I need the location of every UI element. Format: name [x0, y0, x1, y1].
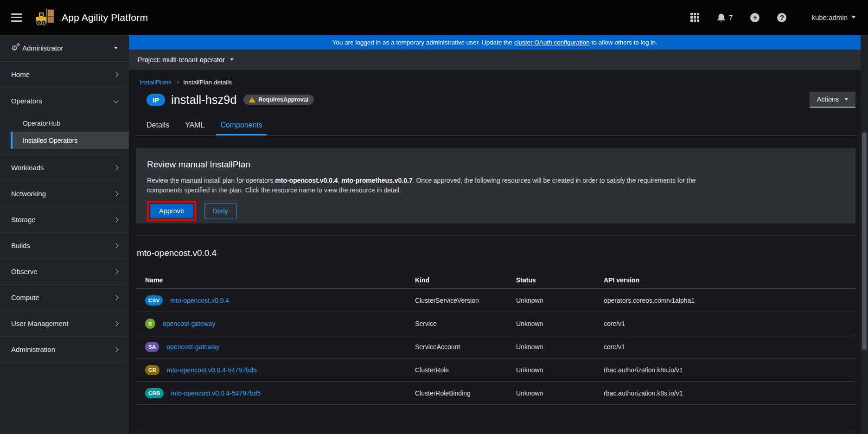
approve-annotation-box: Approve — [147, 201, 196, 221]
table-row: CRB mto-opencost.v0.0.4-54797bd5 Cluster… — [136, 382, 855, 405]
chevron-right-icon — [113, 295, 118, 300]
scrollbar-track[interactable] — [861, 35, 868, 434]
operator-name-2: mto-prometheus.v0.0.7 — [341, 177, 412, 184]
help-question-circle-icon[interactable]: ? — [777, 13, 786, 22]
sidebar-item-workloads[interactable]: Workloads — [0, 155, 129, 181]
sidebar-item-operators[interactable]: Operators — [0, 88, 129, 114]
components-table: Name Kind Status API version CSV mto-ope… — [136, 272, 855, 405]
deny-button[interactable]: Deny — [204, 204, 236, 218]
section-heading: mto-opencost.v0.0.4 — [137, 248, 217, 258]
sidebar-subitem-operatorhub[interactable]: OperatorHub — [0, 115, 129, 132]
api-version-cell: core/v1 — [604, 343, 855, 351]
scrollbar-thumb[interactable] — [862, 132, 867, 350]
sidebar-item-administration[interactable]: Administration — [0, 337, 129, 363]
api-version-cell: rbac.authorization.k8s.io/v1 — [604, 389, 855, 397]
caret-down-icon — [852, 16, 855, 19]
kind-cell: ClusterRole — [415, 366, 516, 374]
resource-kind-badge: S — [145, 319, 155, 329]
status-cell: Unknown — [516, 389, 604, 397]
tab-components[interactable]: Components — [216, 116, 267, 135]
gears-icon: ⚙⚙ — [11, 44, 22, 52]
tab-details[interactable]: Details — [142, 116, 173, 135]
chevron-right-icon — [113, 191, 118, 196]
resource-kind-badge: CSV — [145, 295, 163, 306]
breadcrumb-link-installplans[interactable]: InstallPlans — [140, 79, 172, 86]
column-header-kind: Kind — [415, 276, 516, 284]
table-row: S opencost-gateway Service Unknown core/… — [136, 312, 855, 335]
sidebar-item-networking[interactable]: Networking — [0, 181, 129, 207]
tab-yaml[interactable]: YAML — [181, 116, 209, 135]
breadcrumb-current: InstallPlan details — [183, 79, 232, 86]
resource-link[interactable]: mto-opencost.v0.0.4-54797bd5 — [167, 366, 257, 374]
sidebar-subitem-installed-operators[interactable]: Installed Operators — [11, 132, 129, 149]
resource-kind-badge: CR — [145, 365, 160, 375]
chevron-right-icon — [113, 321, 118, 326]
next-section-divider — [136, 431, 855, 431]
requires-approval-badge: RequiresApproval — [243, 95, 314, 105]
sidebar-item-observe[interactable]: Observe — [0, 259, 129, 285]
main-content: Project: multi-tenant-operator InstallPl… — [129, 50, 861, 434]
page-title: install-hsz9d — [171, 93, 237, 107]
chevron-right-icon — [113, 347, 118, 352]
status-cell: Unknown — [516, 320, 604, 327]
resource-link[interactable]: opencost-gateway — [163, 320, 216, 327]
add-plus-circle-icon[interactable]: + — [750, 13, 760, 22]
column-header-name: Name — [145, 276, 415, 284]
api-version-cell: rbac.authorization.k8s.io/v1 — [604, 366, 855, 374]
breadcrumb: InstallPlans InstallPlan details — [140, 79, 232, 86]
chevron-down-icon — [113, 98, 118, 103]
caret-down-icon — [844, 98, 848, 101]
forklift-logo-icon — [35, 9, 56, 26]
sidebar-item-storage[interactable]: Storage — [0, 207, 129, 233]
resource-kind-badge: CRB — [145, 388, 164, 398]
breadcrumb-separator-icon — [176, 81, 179, 84]
user-menu[interactable]: kube:admin — [811, 13, 855, 21]
column-header-status: Status — [516, 276, 604, 284]
chevron-right-icon — [113, 72, 118, 77]
masthead: App Agility Platform 7 + ? kube:admin — [0, 0, 868, 35]
kind-cell: ClusterRoleBinding — [415, 389, 516, 397]
installplan-resource-badge: IP — [147, 94, 165, 106]
status-cell: Unknown — [516, 366, 604, 374]
caret-down-icon — [114, 47, 118, 49]
chevron-right-icon — [113, 165, 118, 170]
project-selector[interactable]: Project: multi-tenant-operator — [129, 50, 861, 70]
app-root: App Agility Platform 7 + ? kube:admin — [0, 0, 868, 434]
app-launcher-icon[interactable] — [690, 13, 699, 22]
review-card-description: Review the manual install plan for opera… — [147, 176, 718, 195]
review-installplan-card: Review manual InstallPlan Review the man… — [136, 148, 855, 223]
kind-cell: ClusterServiceVersion — [415, 297, 516, 304]
user-name: kube:admin — [811, 13, 848, 21]
table-row: CSV mto-opencost.v0.0.4 ClusterServiceVe… — [136, 289, 855, 312]
kind-cell: ServiceAccount — [415, 343, 516, 351]
warning-triangle-icon — [249, 97, 255, 102]
perspective-switcher[interactable]: ⚙⚙ Administrator — [0, 35, 129, 62]
notifications-button[interactable]: 7 — [717, 13, 733, 22]
chevron-right-icon — [113, 217, 118, 222]
section-divider — [136, 236, 855, 236]
table-row: CR mto-opencost.v0.0.4-54797bd5 ClusterR… — [136, 358, 855, 382]
approve-button[interactable]: Approve — [150, 204, 193, 218]
api-version-cell: operators.coreos.com/v1alpha1 — [604, 297, 855, 304]
sidebar-item-home[interactable]: Home — [0, 62, 129, 88]
chevron-right-icon — [113, 243, 118, 248]
resource-link[interactable]: mto-opencost.v0.0.4-54797bd5 — [171, 389, 261, 397]
actions-dropdown-button[interactable]: Actions — [810, 92, 855, 108]
table-header-row: Name Kind Status API version — [136, 272, 855, 289]
hamburger-menu-icon[interactable] — [11, 13, 22, 22]
masthead-title: App Agility Platform — [62, 12, 148, 23]
review-card-title: Review manual InstallPlan — [147, 160, 844, 170]
sidebar-item-compute[interactable]: Compute — [0, 285, 129, 311]
cluster-oauth-configuration-link[interactable]: cluster OAuth configuration — [514, 39, 590, 46]
sidebar-item-user-management[interactable]: User Management — [0, 311, 129, 337]
perspective-label: Administrator — [22, 44, 114, 52]
table-row: SA opencost-gateway ServiceAccount Unkno… — [136, 335, 855, 358]
chevron-right-icon — [113, 269, 118, 274]
sidebar-item-builds[interactable]: Builds — [0, 233, 129, 259]
resource-kind-badge: SA — [145, 342, 159, 352]
caret-down-icon — [230, 58, 234, 61]
notification-count: 7 — [729, 13, 733, 21]
bell-icon — [717, 13, 726, 22]
resource-link[interactable]: opencost-gateway — [166, 343, 219, 351]
resource-link[interactable]: mto-opencost.v0.0.4 — [170, 297, 229, 304]
